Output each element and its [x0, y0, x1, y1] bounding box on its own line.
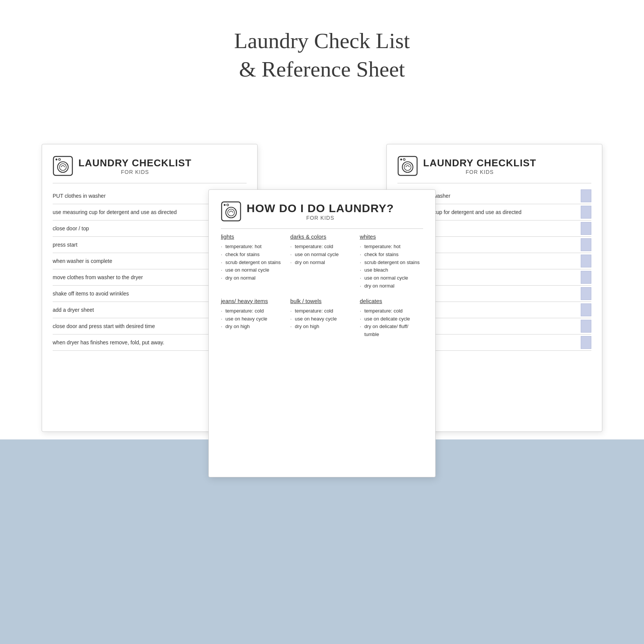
whites-item-4: use bleach: [360, 266, 423, 274]
right-checkbox-5[interactable]: [581, 255, 591, 267]
center-card-header: HOW DO I DO LAUNDRY? FOR KIDS: [221, 201, 423, 222]
whites-list: temperature: hot check for stains scrub …: [360, 243, 423, 290]
delicates-title: delicates: [360, 298, 423, 304]
lights-item-2: check for stains: [221, 251, 284, 259]
lights-item-4: use on normal cycle: [221, 266, 284, 274]
title-line2: & Reference Sheet: [239, 57, 405, 81]
whites-item-5: use on normal cycle: [360, 274, 423, 282]
bulk-item-3: dry on high: [290, 323, 353, 331]
washer-icon-right: [397, 156, 418, 176]
whites-item-3: scrub detergent on stains: [360, 259, 423, 267]
jeans-item-3: dry on high: [221, 323, 284, 331]
svg-point-3: [56, 159, 58, 161]
bulk-towels-title: bulk / towels: [290, 298, 353, 304]
lights-title: lights: [221, 233, 284, 240]
center-card-divider: [221, 228, 423, 229]
how-to-whites: whites temperature: hot check for stains…: [360, 233, 423, 290]
right-card-subtitle: FOR KIDS: [423, 169, 536, 175]
center-card-header-text: HOW DO I DO LAUNDRY? FOR KIDS: [247, 202, 394, 221]
right-card-title: LAUNDRY CHECKLIST: [423, 157, 536, 169]
how-to-jeans-heavy: jeans/ heavy items temperature: cold use…: [221, 298, 284, 339]
delicates-item-3: dry on delicate/ fluff/ tumble: [360, 323, 423, 339]
delicates-item-2: use on delicate cycle: [360, 315, 423, 323]
bulk-item-2: use on heavy cycle: [290, 315, 353, 323]
title-line1: Laundry Check List: [234, 28, 410, 53]
delicates-list: temperature: cold use on delicate cycle …: [360, 307, 423, 339]
svg-point-7: [404, 164, 411, 170]
how-to-delicates: delicates temperature: cold use on delic…: [360, 298, 423, 339]
left-card-title: LAUNDRY CHECKLIST: [78, 157, 192, 169]
right-checkbox-9[interactable]: [581, 320, 591, 333]
right-checkbox-1[interactable]: [581, 189, 591, 202]
right-checkbox-10[interactable]: [581, 336, 591, 349]
lights-item-5: dry on normal: [221, 274, 284, 282]
how-to-grid: lights temperature: hot check for stains…: [221, 233, 423, 339]
left-card-subtitle: FOR KIDS: [78, 169, 192, 175]
svg-point-8: [400, 159, 402, 161]
lights-list: temperature: hot check for stains scrub …: [221, 243, 284, 282]
bulk-item-1: temperature: cold: [290, 307, 353, 315]
center-card-subtitle: FOR KIDS: [247, 215, 394, 221]
right-checkbox-8[interactable]: [581, 303, 591, 316]
center-howto-card: HOW DO I DO LAUNDRY? FOR KIDS lights tem…: [208, 189, 436, 477]
darks-item-2: use on normal cycle: [290, 251, 353, 259]
jeans-item-1: temperature: cold: [221, 307, 284, 315]
delicates-item-1: temperature: cold: [360, 307, 423, 315]
right-card-header: LAUNDRY CHECKLIST FOR KIDS: [397, 156, 591, 176]
washer-icon-left: [53, 156, 73, 176]
right-checkbox-2[interactable]: [581, 206, 591, 219]
page-title: Laundry Check List & Reference Sheet: [234, 27, 410, 84]
how-to-bulk-towels: bulk / towels temperature: cold use on h…: [290, 298, 353, 339]
whites-item-6: dry on normal: [360, 282, 423, 290]
darks-colors-list: temperature: cold use on normal cycle dr…: [290, 243, 353, 266]
svg-point-12: [228, 209, 234, 216]
right-checkbox-4[interactable]: [581, 238, 591, 251]
svg-point-2: [59, 164, 66, 170]
whites-item-2: check for stains: [360, 251, 423, 259]
how-to-darks-colors: darks & colors temperature: cold use on …: [290, 233, 353, 290]
whites-title: whites: [360, 233, 423, 240]
page-wrapper: Laundry Check List & Reference Sheet LAU…: [0, 0, 644, 644]
left-card-divider: [53, 183, 247, 183]
washer-icon-center: [221, 201, 241, 222]
lights-item-3: scrub detergent on stains: [221, 259, 284, 267]
cards-area: LAUNDRY CHECKLIST FOR KIDS PUT clothes i…: [42, 144, 602, 515]
darks-colors-title: darks & colors: [290, 233, 353, 240]
jeans-heavy-list: temperature: cold use on heavy cycle dry…: [221, 307, 284, 331]
right-checkbox-3[interactable]: [581, 222, 591, 235]
right-card-header-text: LAUNDRY CHECKLIST FOR KIDS: [423, 157, 536, 175]
whites-item-1: temperature: hot: [360, 243, 423, 251]
right-checkbox-6[interactable]: [581, 271, 591, 284]
right-card-divider: [397, 183, 591, 183]
center-card-title: HOW DO I DO LAUNDRY?: [247, 202, 394, 215]
lights-item-1: temperature: hot: [221, 243, 284, 251]
jeans-heavy-title: jeans/ heavy items: [221, 298, 284, 304]
svg-point-13: [224, 204, 226, 206]
darks-item-1: temperature: cold: [290, 243, 353, 251]
right-checkbox-7[interactable]: [581, 287, 591, 300]
jeans-item-2: use on heavy cycle: [221, 315, 284, 323]
how-to-lights: lights temperature: hot check for stains…: [221, 233, 284, 290]
darks-item-3: dry on normal: [290, 259, 353, 267]
left-card-header: LAUNDRY CHECKLIST FOR KIDS: [53, 156, 247, 176]
left-card-header-text: LAUNDRY CHECKLIST FOR KIDS: [78, 157, 192, 175]
bulk-towels-list: temperature: cold use on heavy cycle dry…: [290, 307, 353, 331]
